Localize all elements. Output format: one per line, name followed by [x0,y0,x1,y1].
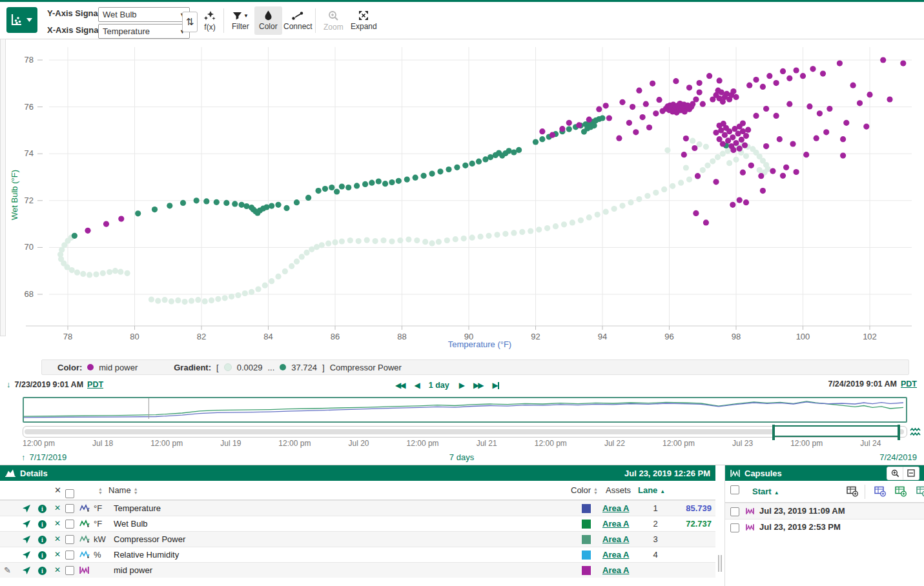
row-checkbox[interactable] [65,504,74,513]
scatter-point[interactable] [653,190,659,196]
scatter-point[interactable] [453,236,458,242]
asset-link[interactable]: Area A [602,547,629,562]
scatter-point[interactable] [713,179,719,185]
scatter-point[interactable] [670,183,675,189]
scatter-point[interactable] [636,196,642,202]
scatter-point[interactable] [757,167,763,173]
scatter-point[interactable] [566,126,572,132]
scatter-point[interactable] [777,136,783,142]
scatter-point[interactable] [294,199,300,205]
scatter-point[interactable] [720,151,726,157]
scatter-point[interactable] [721,121,726,126]
scatter-point[interactable] [389,238,395,244]
scatter-point[interactable] [275,274,281,279]
scatter-point[interactable] [733,94,739,100]
info-icon[interactable]: i [38,567,46,575]
remove-icon[interactable]: ✕ [54,532,61,547]
scatter-point[interactable] [325,241,331,247]
scatter-point[interactable] [332,239,338,245]
scatter-point[interactable] [673,78,679,84]
color-swatch[interactable] [582,535,591,544]
step-forward-button[interactable]: ▶ [459,381,464,390]
scatter-point[interactable] [760,84,766,90]
add-column-icon[interactable] [847,486,859,497]
add-signal-column-icon[interactable] [874,486,887,497]
step-to-end-button[interactable]: ▶ [492,381,498,390]
scatter-point[interactable] [469,235,475,241]
color-swatch[interactable] [582,504,591,513]
scatter-point[interactable] [461,236,467,241]
scatter-point[interactable] [726,128,732,134]
scatter-point[interactable] [437,168,443,174]
scatter-point[interactable] [135,210,141,216]
scatter-point[interactable] [743,199,749,205]
timezone-link[interactable]: PDT [901,379,917,389]
scatter-point[interactable] [774,113,779,119]
scatter-point[interactable] [354,183,360,188]
scatter-point[interactable] [364,237,370,243]
scatter-point[interactable] [235,292,241,298]
scatter-point[interactable] [880,57,886,63]
scatter-point[interactable] [87,272,92,278]
asset-link[interactable]: Area A [602,501,629,516]
scatter-point[interactable] [74,270,80,276]
y-axis-signal-select[interactable]: Wet Bulb ▼ [98,7,190,22]
scatter-point[interactable] [72,233,77,239]
scatter-point[interactable] [107,269,112,275]
timezone-link[interactable]: PDT [87,380,103,389]
scatter-point[interactable] [681,152,687,157]
scatter-point[interactable] [715,154,721,160]
scatter-point[interactable] [462,163,468,168]
scatter-point[interactable] [214,199,220,205]
scatter-point[interactable] [103,221,109,227]
scatter-point[interactable] [630,104,635,110]
scatter-point[interactable] [693,210,699,216]
scatter-point[interactable] [737,146,743,152]
scatter-point[interactable] [249,289,254,295]
scatter-point[interactable] [100,270,106,276]
scatter-point[interactable] [202,298,208,304]
info-icon[interactable]: i [38,551,46,560]
row-checkbox[interactable] [730,507,739,516]
scatter-point[interactable] [863,124,869,130]
scatter-point[interactable] [422,239,428,245]
scatter-point[interactable] [814,136,819,141]
timeline-preview[interactable] [23,397,907,423]
scatter-point[interactable] [195,297,201,303]
scatter-point[interactable] [209,298,214,303]
scatter-point[interactable] [786,101,792,107]
scatter-point[interactable] [753,113,759,119]
sort-icon[interactable]: ▲▼ [96,481,103,500]
scatter-point[interactable] [690,138,695,144]
scatter-point[interactable] [693,96,699,102]
scatter-point[interactable] [810,66,816,72]
scatter-point[interactable] [780,173,786,179]
scatter-point[interactable] [553,223,559,229]
scatter-point[interactable] [566,120,572,126]
scatter-point[interactable] [549,132,555,138]
connect-button[interactable]: Connect [279,6,317,35]
scatter-point[interactable] [817,110,823,116]
scatter-point[interactable] [429,171,435,177]
scatter-point[interactable] [850,83,856,88]
investigate-end-date[interactable]: 7/24/2019 [879,452,917,462]
scatter-point[interactable] [636,88,642,94]
scatter-point[interactable] [444,237,450,243]
scatter-point[interactable] [733,157,739,163]
scatter-point[interactable] [414,237,420,243]
scatter-point[interactable] [316,188,322,194]
scatter-point[interactable] [239,202,245,208]
scatter-point[interactable] [780,68,786,74]
scatter-point[interactable] [746,83,752,88]
scatter-point[interactable] [339,183,345,189]
step-back-fast-button[interactable]: ◀◀ [395,381,404,390]
scatter-point[interactable] [581,129,587,135]
scatter-point[interactable] [223,200,229,206]
scatter-point[interactable] [376,178,382,184]
scatter-point[interactable] [715,88,721,94]
color-swatch[interactable] [582,551,591,560]
scatter-point[interactable] [125,270,130,276]
scatter-point[interactable] [494,232,500,237]
scatter-point[interactable] [506,148,512,154]
column-name[interactable]: Name▲▼ [108,481,138,500]
